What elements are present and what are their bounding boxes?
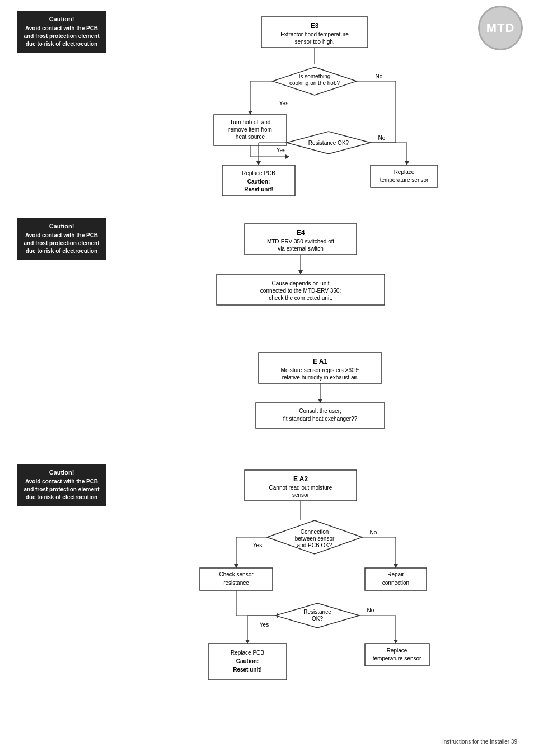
svg-rect-38 [371, 165, 438, 187]
svg-text:cooking on the hob?: cooking on the hob? [289, 80, 340, 86]
svg-text:temperature sensor: temperature sensor [373, 655, 421, 661]
e4-caution-text: Avoid contact with the PCB and frost pro… [24, 232, 100, 255]
e4-caution-box: Caution! Avoid contact with the PCB and … [17, 218, 106, 260]
svg-text:between sensor: between sensor [295, 536, 335, 542]
ea2-flow: E A2 Cannot read out moisture sensor Con… [118, 464, 517, 705]
e4-section: Caution! Avoid contact with the PCB and … [17, 218, 517, 330]
e3-caution-text: Avoid contact with the PCB and frost pro… [24, 25, 100, 48]
page-content: Caution! Avoid contact with the PCB and … [0, 0, 534, 744]
svg-text:via external switch: via external switch [278, 246, 324, 252]
e3-flow: E3 Extractor hood temperature sensor too… [118, 11, 517, 201]
svg-text:No: No [378, 135, 386, 141]
svg-text:Yes: Yes [260, 622, 269, 628]
svg-text:Check sensor: Check sensor [219, 571, 254, 577]
e3-caution: Caution! Avoid contact with the PCB and … [17, 11, 106, 53]
e3-row: Caution! Avoid contact with the PCB and … [17, 11, 517, 201]
svg-text:Moisture sensor registers >60%: Moisture sensor registers >60% [281, 367, 360, 373]
svg-text:resistance: resistance [223, 580, 249, 586]
ea2-caution: Caution! Avoid contact with the PCB and … [17, 464, 106, 506]
ea2-caution-text: Avoid contact with the PCB and frost pro… [24, 478, 100, 501]
svg-text:No: No [370, 529, 377, 536]
svg-text:Yes: Yes [253, 542, 262, 548]
svg-text:Caution:: Caution: [247, 179, 270, 185]
svg-text:E A2: E A2 [293, 475, 308, 483]
svg-marker-33 [405, 161, 409, 165]
svg-text:connected to the MTD-ERV 350:: connected to the MTD-ERV 350: [260, 288, 341, 294]
page-footer: Instructions for the Installer 39 [442, 739, 517, 745]
svg-text:check the connected unit.: check the connected unit. [269, 295, 332, 301]
svg-text:Extractor hood temperature: Extractor hood temperature [280, 31, 349, 37]
svg-text:heat source: heat source [236, 134, 265, 140]
e3-caution-box: Caution! Avoid contact with the PCB and … [17, 11, 106, 53]
svg-text:E3: E3 [311, 22, 319, 30]
svg-marker-72 [234, 564, 238, 568]
ea2-chart: E A2 Cannot read out moisture sensor Con… [172, 464, 463, 705]
svg-text:No: No [367, 607, 374, 613]
e3-caution-title: Caution! [24, 16, 100, 22]
svg-text:and PCB OK?: and PCB OK? [297, 542, 332, 548]
svg-text:Resistance: Resistance [303, 609, 331, 615]
svg-text:Is something: Is something [299, 73, 331, 79]
svg-rect-101 [365, 644, 429, 666]
svg-marker-23 [285, 154, 289, 159]
e4-caution: Caution! Avoid contact with the PCB and … [17, 218, 106, 260]
svg-text:Replace PCB: Replace PCB [231, 650, 264, 656]
svg-text:Consult the user;: Consult the user; [299, 408, 341, 414]
svg-text:Turn hob off and: Turn hob off and [230, 119, 271, 125]
ea1-section: E A1 Moisture sensor registers >60% rela… [129, 347, 517, 448]
svg-text:Connection: Connection [301, 529, 329, 535]
ea2-section: Caution! Avoid contact with the PCB and … [17, 464, 517, 705]
e4-flow: E4 MTD-ERV 350 switched off via external… [118, 218, 517, 330]
svg-text:remove item from: remove item from [228, 126, 272, 133]
svg-text:MTD-ERV 350 switched off: MTD-ERV 350 switched off [267, 238, 334, 245]
svg-text:sensor too high.: sensor too high. [294, 39, 334, 45]
svg-text:Replace: Replace [394, 169, 415, 175]
svg-text:Repair: Repair [387, 571, 404, 577]
ea1-chart: E A1 Moisture sensor registers >60% rela… [225, 347, 421, 448]
svg-text:Replace PCB: Replace PCB [242, 170, 275, 176]
ea2-caution-box: Caution! Avoid contact with the PCB and … [17, 464, 106, 506]
svg-marker-96 [394, 640, 398, 644]
svg-text:E A1: E A1 [313, 358, 328, 365]
svg-text:sensor: sensor [292, 492, 310, 498]
ea2-caution-title: Caution! [24, 469, 100, 476]
e3-section: Caution! Avoid contact with the PCB and … [17, 11, 517, 201]
svg-text:connection: connection [382, 580, 409, 586]
footer-text: Instructions for the Installer 39 [442, 739, 517, 745]
e3-chart: E3 Extractor hood temperature sensor too… [172, 11, 463, 201]
ea2-row: Caution! Avoid contact with the PCB and … [17, 464, 517, 705]
svg-text:Reset unit!: Reset unit! [233, 666, 262, 673]
e4-caution-title: Caution! [24, 223, 100, 229]
svg-text:Yes: Yes [277, 147, 285, 153]
svg-text:Caution:: Caution: [236, 658, 259, 664]
e4-chart: E4 MTD-ERV 350 switched off via external… [172, 218, 463, 330]
svg-text:fit standard heat exchanger??: fit standard heat exchanger?? [283, 416, 358, 422]
svg-text:No: No [376, 73, 383, 79]
svg-text:Replace: Replace [387, 647, 407, 654]
svg-marker-11 [248, 111, 252, 115]
svg-text:Cannot read out moisture: Cannot read out moisture [269, 485, 332, 491]
svg-text:E4: E4 [297, 229, 305, 237]
e4-row: Caution! Avoid contact with the PCB and … [17, 218, 517, 330]
svg-text:temperature sensor: temperature sensor [380, 177, 429, 183]
svg-text:relative humidity in exhaust a: relative humidity in exhaust air. [282, 374, 359, 381]
svg-marker-92 [245, 640, 250, 644]
svg-marker-29 [256, 161, 261, 165]
svg-text:Cause depends on unit: Cause depends on unit [272, 280, 330, 287]
svg-text:Yes: Yes [279, 100, 288, 106]
svg-text:Reset unit!: Reset unit! [244, 186, 273, 192]
svg-marker-46 [298, 270, 303, 274]
svg-text:OK?: OK? [312, 616, 323, 622]
svg-marker-56 [318, 399, 322, 403]
svg-text:Resistance OK?: Resistance OK? [308, 140, 349, 146]
svg-marker-76 [394, 564, 398, 568]
